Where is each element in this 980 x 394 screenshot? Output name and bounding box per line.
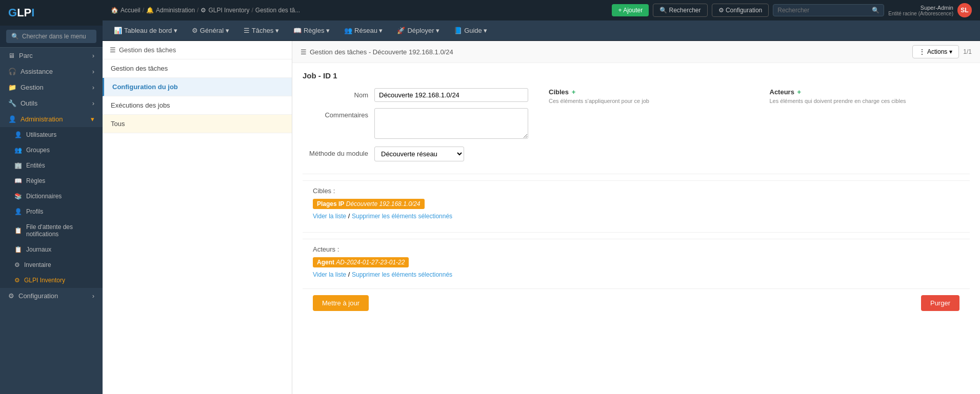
nav-item-configuration-job[interactable]: Configuration du job xyxy=(103,78,292,96)
main-content: 🏠 Accueil / 🔔 Administration / ⚙ GLPI In… xyxy=(103,0,980,394)
sidebar-item-gestion[interactable]: 📁 Gestion › xyxy=(0,79,103,95)
top-navbar: 🏠 Accueil / 🔔 Administration / ⚙ GLPI In… xyxy=(103,0,980,20)
left-panel-title: Gestion des tâches xyxy=(119,46,176,54)
user-info: Super-Admin Entité racine (Arborescence) xyxy=(888,5,953,16)
entites-label: Entités xyxy=(26,162,45,169)
home-icon: 🏠 xyxy=(111,7,118,14)
sidebar-item-entites[interactable]: 🏢 Entités xyxy=(0,158,103,173)
sidebar-item-outils[interactable]: 🔧 Outils › xyxy=(0,95,103,111)
sidebar-item-glpi-inventory[interactable]: ⚙ GLPI Inventory xyxy=(0,273,103,288)
menu-item-reseau[interactable]: 👥 Réseau ▾ xyxy=(337,20,390,40)
search-icon-topnav: 🔍 xyxy=(872,7,879,14)
taches-icon: ☰ xyxy=(244,27,250,34)
topnav-search-input[interactable] xyxy=(777,7,870,14)
left-panel-nav: Gestion des tâches Configuration du job … xyxy=(103,59,292,133)
job-title: Job - ID 1 xyxy=(303,71,970,80)
left-panel-header: ☰ Gestion des tâches xyxy=(103,41,292,59)
outils-icon: 🔧 xyxy=(8,99,16,107)
logo: GLPI xyxy=(8,6,34,19)
sidebar-search-button[interactable]: 🔍 Chercher dans le menu xyxy=(6,30,96,43)
update-button[interactable]: Mettre à jour xyxy=(313,295,369,311)
menu-label-tableau-de-bord: Tableau de bord ▾ xyxy=(124,27,177,34)
sidebar-item-parc[interactable]: 🖥 Parc › xyxy=(0,48,103,64)
inventaire-label: Inventaire xyxy=(24,261,51,268)
topnav-actions: + Ajouter 🔍 Rechercher ⚙ Configuration xyxy=(612,4,769,17)
cibles-supprimer-link[interactable]: Supprimer les éléments sélectionnés xyxy=(352,213,452,220)
sidebar-item-dictionnaires[interactable]: 📚 Dictionnaires xyxy=(0,189,103,204)
acteurs-tag: Agent AD-2024-01-27-23-01-22 xyxy=(313,257,409,267)
general-icon: ⚙ xyxy=(192,27,198,34)
entites-icon: 🏢 xyxy=(14,162,22,169)
menu-item-general[interactable]: ⚙ Général ▾ xyxy=(185,20,236,40)
breadcrumb-sep-1: / xyxy=(143,7,144,14)
profils-icon: 👤 xyxy=(14,208,22,215)
sidebar-item-label-configuration: Configuration xyxy=(18,292,58,300)
menu-item-tableau-de-bord[interactable]: 📊 Tableau de bord ▾ xyxy=(107,20,185,40)
acteurs-vider-link[interactable]: Vider la liste xyxy=(313,271,346,278)
search-button[interactable]: 🔍 Rechercher xyxy=(653,4,707,17)
sidebar: GLPI 🔍 Chercher dans le menu 🖥 Parc › 🎧 … xyxy=(0,0,103,394)
purge-button[interactable]: Purger xyxy=(921,295,959,311)
nom-input[interactable] xyxy=(374,88,528,102)
groupes-label: Groupes xyxy=(26,147,50,154)
actions-chevron-icon: ▾ xyxy=(949,48,952,55)
sidebar-item-profils[interactable]: 👤 Profils xyxy=(0,204,103,219)
divider-1 xyxy=(303,174,970,174)
glpi-inventory-label: GLPI Inventory xyxy=(24,277,65,284)
list-icon: ☰ xyxy=(110,46,116,54)
chevron-down-icon: ▾ xyxy=(91,115,94,123)
chevron-icon-3: › xyxy=(92,84,94,91)
left-panel: ☰ Gestion des tâches Gestion des tâches … xyxy=(103,41,292,394)
menu-item-taches[interactable]: ☰ Tâches ▾ xyxy=(236,20,286,40)
cibles-plus-icon[interactable]: + xyxy=(572,88,576,96)
acteurs-links: Vider la liste / Supprimer les éléments … xyxy=(313,271,959,278)
actions-button[interactable]: ⋮ Actions ▾ xyxy=(912,45,959,58)
sidebar-item-file-attente[interactable]: 📋 File d'attente des notifications xyxy=(0,219,103,242)
menu-label-regles: Règles ▾ xyxy=(304,27,330,34)
form-footer: Mettre à jour Purger xyxy=(303,288,970,317)
menu-label-deployer: Déployer ▾ xyxy=(407,27,439,34)
acteurs-supprimer-link[interactable]: Supprimer les éléments sélectionnés xyxy=(352,271,452,278)
breadcrumb-glpi-inventory[interactable]: GLPI Inventory xyxy=(208,7,249,14)
sidebar-item-utilisateurs[interactable]: 👤 Utilisateurs xyxy=(0,127,103,142)
add-button[interactable]: + Ajouter xyxy=(612,4,649,16)
sidebar-item-journaux[interactable]: 📋 Journaux xyxy=(0,242,103,257)
assistance-icon: 🎧 xyxy=(8,68,16,75)
breadcrumb-gestion[interactable]: Gestion des tâ... xyxy=(255,7,300,14)
sidebar-item-assistance[interactable]: 🎧 Assistance › xyxy=(0,64,103,79)
nav-item-gestion-taches[interactable]: Gestion des tâches xyxy=(103,59,292,78)
breadcrumb-sep-3: / xyxy=(251,7,253,14)
breadcrumb-icon-2: 🔔 xyxy=(146,7,154,14)
sidebar-item-inventaire[interactable]: ⚙ Inventaire xyxy=(0,257,103,273)
menu-item-guide[interactable]: 📘 Guide ▾ xyxy=(447,20,494,40)
sidebar-item-groupes[interactable]: 👥 Groupes xyxy=(0,142,103,158)
sidebar-item-administration[interactable]: 👤 Administration ▾ xyxy=(0,111,103,127)
user-avatar[interactable]: SL xyxy=(957,3,972,17)
menu-label-taches: Tâches ▾ xyxy=(252,27,279,34)
nav-item-tous[interactable]: Tous xyxy=(103,115,292,133)
commentaires-field xyxy=(374,108,528,140)
commentaires-textarea[interactable] xyxy=(374,108,528,139)
breadcrumb-accueil[interactable]: Accueil xyxy=(121,7,141,14)
menu-item-regles[interactable]: 📖 Règles ▾ xyxy=(286,20,337,40)
sidebar-item-regles[interactable]: 📖 Règles xyxy=(0,173,103,189)
sidebar-item-label-outils: Outils xyxy=(21,99,37,107)
cibles-vider-link[interactable]: Vider la liste xyxy=(313,213,346,220)
administration-icon: 👤 xyxy=(8,115,16,123)
configuration-button[interactable]: ⚙ Configuration xyxy=(712,4,769,17)
methode-select[interactable]: Découverte réseau Inventaire réseau xyxy=(374,147,464,161)
sidebar-item-label-gestion: Gestion xyxy=(21,84,44,91)
menu-item-deployer[interactable]: 🚀 Déployer ▾ xyxy=(390,20,447,40)
acteurs-plus-icon[interactable]: + xyxy=(797,88,802,96)
parc-icon: 🖥 xyxy=(8,52,15,59)
methode-label: Méthode du module xyxy=(303,147,374,157)
config-icon: ⚙ xyxy=(8,292,14,300)
logo-container: GLPI xyxy=(0,0,103,26)
breadcrumb-administration[interactable]: Administration xyxy=(156,7,195,14)
notif-icon: 📋 xyxy=(14,227,22,234)
dict-icon: 📚 xyxy=(14,193,22,200)
nav-item-executions-jobs[interactable]: Exécutions des jobs xyxy=(103,96,292,115)
sidebar-item-configuration[interactable]: ⚙ Configuration › xyxy=(0,288,103,304)
cibles-link-sep: / xyxy=(348,212,352,220)
panel-title-text: Gestion des tâches - Découverte 192.168.… xyxy=(310,48,453,56)
